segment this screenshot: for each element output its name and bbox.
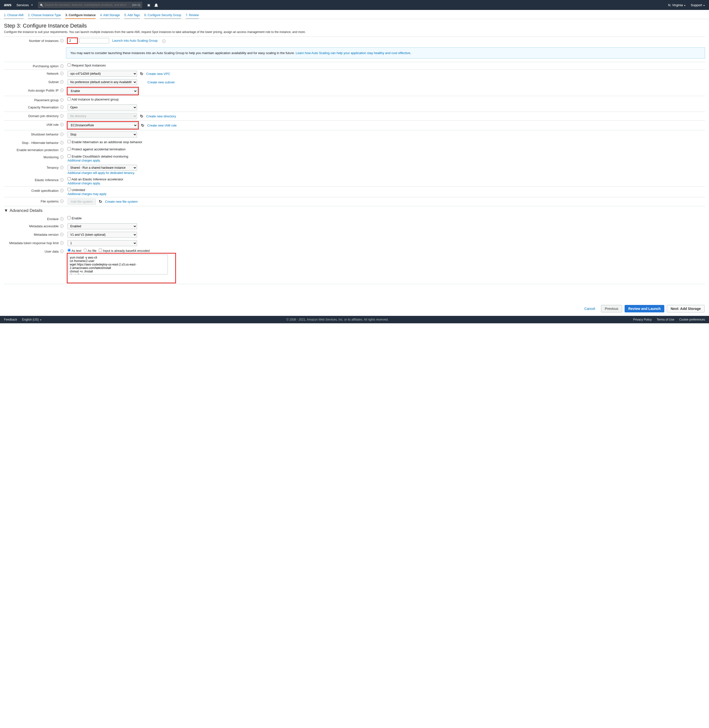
refresh-icon[interactable]: ↻ xyxy=(141,123,144,128)
cookies-link[interactable]: Cookie preferences xyxy=(679,318,705,321)
domain-join-select[interactable]: No directory xyxy=(67,113,137,119)
label-metadata-accessible: Metadata accessible xyxy=(4,223,58,228)
subnet-select[interactable]: No preference (default subnet in any Ava… xyxy=(67,79,137,85)
cancel-button[interactable]: Cancel xyxy=(581,305,599,312)
aws-logo[interactable]: aws xyxy=(4,3,12,7)
auto-assign-ip-select[interactable]: Enable xyxy=(68,88,137,94)
support-menu[interactable]: Support xyxy=(691,3,705,7)
info-icon[interactable]: i xyxy=(60,233,64,236)
label-iam-role: IAM role xyxy=(4,122,58,127)
terms-link[interactable]: Terms of Use xyxy=(656,318,674,321)
userdata-as-text-radio[interactable] xyxy=(67,249,71,252)
info-icon[interactable]: i xyxy=(60,189,64,192)
info-icon[interactable]: i xyxy=(60,39,64,42)
cloudshell-icon[interactable] xyxy=(147,3,150,7)
userdata-base64-checkbox[interactable] xyxy=(99,249,102,252)
advanced-details-label: Advanced Details xyxy=(10,208,42,213)
enclave-checkbox[interactable] xyxy=(67,216,71,219)
info-icon[interactable]: i xyxy=(60,98,64,102)
info-icon[interactable]: i xyxy=(60,64,64,68)
info-icon[interactable]: i xyxy=(60,250,64,253)
info-icon[interactable]: i xyxy=(60,72,64,75)
tenancy-select[interactable]: Shared - Run a shared hardware instance xyxy=(67,165,137,171)
tab-configure-instance[interactable]: 3. Configure Instance xyxy=(65,12,96,19)
info-icon[interactable]: i xyxy=(60,132,64,136)
feedback-link[interactable]: Feedback xyxy=(4,318,17,321)
tab-add-tags[interactable]: 5. Add Tags xyxy=(124,12,140,19)
placement-group-checkbox[interactable] xyxy=(67,97,71,100)
capacity-reservation-select[interactable]: Open xyxy=(67,105,137,111)
tab-choose-instance-type[interactable]: 2. Choose Instance Type xyxy=(28,12,61,19)
notifications-icon[interactable] xyxy=(154,3,158,7)
privacy-link[interactable]: Privacy Policy xyxy=(633,318,652,321)
next-button[interactable]: Next: Add Storage xyxy=(667,305,705,312)
enclave-label: Enable xyxy=(72,216,82,220)
shutdown-behavior-select[interactable]: Stop xyxy=(67,131,137,137)
create-subnet-link[interactable]: Create new subnet xyxy=(147,80,175,84)
search-icon xyxy=(40,3,44,7)
credit-spec-checkbox[interactable] xyxy=(67,188,71,191)
tab-configure-security-group[interactable]: 6. Configure Security Group xyxy=(144,12,181,19)
create-vpc-link[interactable]: Create new VPC xyxy=(146,72,170,76)
info-icon[interactable]: i xyxy=(162,39,166,43)
network-select[interactable]: vpc-c471d2b9 (default) xyxy=(67,71,137,77)
hibernate-checkbox[interactable] xyxy=(67,140,71,143)
elastic-inference-charges-link[interactable]: Additional charges apply. xyxy=(67,182,101,185)
elastic-inference-checkbox[interactable] xyxy=(67,177,71,181)
previous-button[interactable]: Previous xyxy=(601,305,622,312)
label-number-of-instances: Number of instances xyxy=(4,38,58,43)
info-icon[interactable]: i xyxy=(60,224,64,228)
asg-alert-link[interactable]: Learn how Auto Scaling can help your app… xyxy=(296,51,410,55)
create-directory-link[interactable]: Create new directory xyxy=(146,114,176,118)
iam-role-select[interactable]: EC2InstanceRole xyxy=(68,122,137,128)
refresh-icon[interactable]: ↻ xyxy=(140,71,143,76)
metadata-hop-select[interactable]: 1 xyxy=(67,240,137,246)
tab-add-storage[interactable]: 4. Add Storage xyxy=(100,12,120,19)
info-icon[interactable]: i xyxy=(60,155,64,159)
info-icon[interactable]: i xyxy=(60,199,64,203)
monitoring-checkbox[interactable] xyxy=(67,154,71,157)
tab-review[interactable]: 7. Review xyxy=(186,12,199,19)
request-spot-checkbox[interactable] xyxy=(67,63,71,67)
info-icon[interactable]: i xyxy=(60,166,64,169)
info-icon[interactable]: i xyxy=(60,105,64,109)
userdata-textarea[interactable]: yum install -y aws-cli cd /home/ec2-user… xyxy=(69,255,168,274)
info-icon[interactable]: i xyxy=(60,178,64,182)
language-select[interactable]: English (US) xyxy=(22,318,42,321)
number-of-instances-extra[interactable] xyxy=(79,38,109,44)
userdata-as-file-radio[interactable] xyxy=(84,249,87,252)
topbar: aws Services [Alt+S] N. Virginia Support xyxy=(0,0,709,10)
search-shortcut: [Alt+S] xyxy=(132,3,140,6)
termination-protection-checkbox[interactable] xyxy=(67,147,71,150)
credit-charges-link[interactable]: Additional charges may apply xyxy=(67,192,106,196)
tab-choose-ami[interactable]: 1. Choose AMI xyxy=(4,12,23,19)
create-iam-role-link[interactable]: Create new IAM role xyxy=(147,124,177,127)
tenancy-charges-link[interactable]: Additional charges will apply for dedica… xyxy=(67,171,135,175)
label-metadata-version: Metadata version xyxy=(4,232,58,236)
label-domain-join: Domain join directory xyxy=(4,113,58,118)
region-selector[interactable]: N. Virginia xyxy=(668,3,686,7)
info-icon[interactable]: i xyxy=(60,148,64,151)
search-input[interactable] xyxy=(44,2,131,8)
create-file-system-link[interactable]: Create new file system xyxy=(105,200,138,204)
placement-group-label: Add instance to placement group xyxy=(71,98,119,101)
asg-alert-text: You may want to consider launching these… xyxy=(70,51,295,55)
number-of-instances-input[interactable] xyxy=(67,38,77,44)
info-icon[interactable]: i xyxy=(60,141,64,144)
monitoring-charges-link[interactable]: Additional charges apply. xyxy=(67,159,101,162)
services-menu[interactable]: Services xyxy=(16,3,33,7)
launch-asg-link[interactable]: Launch into Auto Scaling Group xyxy=(112,39,158,42)
info-icon[interactable]: i xyxy=(60,241,64,245)
metadata-accessible-select[interactable]: Enabled xyxy=(67,223,137,229)
review-launch-button[interactable]: Review and Launch xyxy=(624,305,665,312)
label-capacity-reservation: Capacity Reservation xyxy=(4,105,58,109)
info-icon[interactable]: i xyxy=(60,123,64,126)
metadata-version-select[interactable]: V1 and V2 (token optional) xyxy=(67,232,137,238)
info-icon[interactable]: i xyxy=(60,80,64,84)
advanced-details-toggle[interactable]: ▼ Advanced Details xyxy=(4,206,705,215)
info-icon[interactable]: i xyxy=(60,217,64,221)
info-icon[interactable]: i xyxy=(60,89,64,92)
info-icon[interactable]: i xyxy=(60,114,64,118)
refresh-icon[interactable]: ↻ xyxy=(140,114,143,119)
refresh-icon[interactable]: ↻ xyxy=(99,199,102,204)
